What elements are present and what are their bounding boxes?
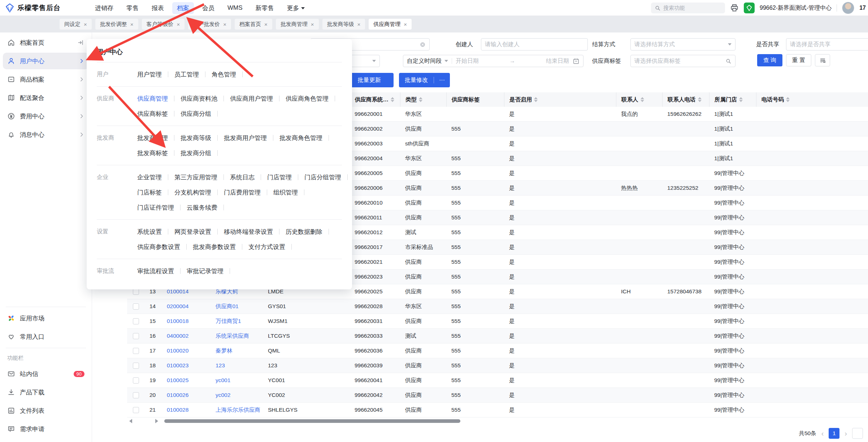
megamenu-link-移动终端登录设置[interactable]: 移动终端登录设置 [224,228,273,236]
topnav-item-进销存[interactable]: 进销存 [90,2,118,14]
scrollbar-thumb[interactable] [164,419,460,423]
row-checkbox[interactable] [133,333,139,339]
prev-page-icon[interactable]: ‹ [821,429,824,438]
sort-icon[interactable] [739,97,743,102]
megamenu-link-批发商管理[interactable]: 批发商管理 [137,134,168,142]
cell-name[interactable]: 供应商01 [211,299,263,314]
sort-icon[interactable] [419,97,422,102]
user-avatar[interactable] [842,2,854,14]
sort-icon[interactable] [641,97,644,102]
megamenu-link-分支机构管理[interactable]: 分支机构管理 [174,188,211,197]
cell-name[interactable]: 秦梦林 [211,343,263,358]
tab-批发价调整[interactable]: 批发价调整× [95,19,138,30]
cell-code[interactable]: 0100023 [162,358,211,373]
cell-name[interactable]: yc001 [211,373,263,388]
row-checkbox[interactable] [133,318,139,324]
tab-客户批发价[interactable]: 客户批发价× [188,19,231,30]
header-cell-联系人[interactable]: 联系人 [616,92,662,107]
advanced-filter-button[interactable] [815,54,830,66]
row-checkbox[interactable] [133,348,139,354]
page-number[interactable]: 1 [829,428,839,439]
tab-档案首页[interactable]: 档案首页× [235,19,272,30]
sidebar-item-档案首页[interactable]: 档案首页 [3,34,89,51]
sidebar-item-应用市场[interactable]: 应用市场 [3,310,89,327]
tab-批发商等级[interactable]: 批发商等级× [322,19,365,30]
megamenu-link-审批流程设置[interactable]: 审批流程设置 [137,267,174,275]
sort-icon[interactable] [698,97,702,102]
tab-close-icon[interactable]: × [130,21,134,27]
cell-code[interactable]: 0100018 [162,314,211,328]
sidebar-item-站内信[interactable]: 站内信90 [3,366,89,382]
megamenu-link-批发商角色管理[interactable]: 批发商角色管理 [279,134,322,142]
cell-code[interactable]: 0200004 [162,299,211,314]
header-cell-所属门店[interactable]: 所属门店 [709,92,756,107]
megamenu-link-用户管理[interactable]: 用户管理 [137,70,162,79]
page-size-select[interactable] [852,428,863,439]
topnav-item-新零售[interactable]: 新零售 [251,2,279,14]
megamenu-link-供应商管理[interactable]: 供应商管理 [137,95,168,103]
creator-input[interactable]: 请输入创建人 [481,38,588,51]
sidebar-item-费用中心[interactable]: 费用中心 [3,108,89,124]
row-checkbox[interactable] [133,289,139,295]
megamenu-link-系统设置[interactable]: 系统设置 [137,228,162,236]
megamenu-link-供应商分组[interactable]: 供应商分组 [181,110,211,118]
tab-供应商管理[interactable]: 供应商管理× [369,19,412,30]
clear-icon[interactable] [420,41,426,48]
sidebar-item-需求申请[interactable]: 需求申请 [3,421,89,437]
tab-close-icon[interactable]: × [357,21,361,27]
tab-批发商管理[interactable]: 批发商管理× [276,19,319,30]
cell-name[interactable]: 123 [211,358,263,373]
megamenu-link-云服务续费[interactable]: 云服务续费 [187,204,217,212]
megamenu-link-系统日志[interactable]: 系统日志 [230,173,255,181]
row-checkbox[interactable] [133,363,139,369]
sort-icon[interactable] [786,97,790,102]
cell-name[interactable]: 万佳商贸1 [211,314,263,328]
sort-icon[interactable] [391,97,394,102]
reset-button[interactable]: 重 置 [786,54,811,66]
tenant-app-icon[interactable] [744,3,755,13]
megamenu-link-门店分组管理[interactable]: 门店分组管理 [304,173,341,181]
sidebar-item-商品档案[interactable]: 商品档案 [3,71,89,88]
header-cell-供应商系统…[interactable]: 供应商系统… [350,92,400,107]
tab-间设定[interactable]: 间设定× [60,19,92,30]
sidebar-item-文件列表[interactable]: 文件列表 [3,402,89,419]
more-actions-button[interactable]: ··· [434,77,450,83]
next-page-icon[interactable]: › [845,429,847,438]
tab-close-icon[interactable]: × [264,21,268,27]
row-checkbox[interactable] [133,377,139,384]
megamenu-link-供应商角色管理[interactable]: 供应商角色管理 [286,95,329,103]
sidebar-item-常用入口[interactable]: 常用入口 [3,328,89,345]
topnav-item-WMS[interactable]: WMS [223,3,247,13]
tab-close-icon[interactable]: × [177,21,180,27]
megamenu-link-供应商资料池[interactable]: 供应商资料池 [181,95,217,103]
cell-code[interactable]: 0100026 [162,388,211,402]
megamenu-link-供应商参数设置[interactable]: 供应商参数设置 [137,243,180,251]
cell-code[interactable]: 0100025 [162,373,211,388]
cell-name[interactable]: 上海乐尔乐供应商 [211,403,263,417]
search-input[interactable]: 搜索功能 [651,3,725,13]
megamenu-link-企业管理[interactable]: 企业管理 [137,173,162,181]
cell-name[interactable]: 乐统采供应商 [211,329,263,343]
megamenu-link-支付方式设置[interactable]: 支付方式设置 [248,243,285,251]
megamenu-link-历史数据删除[interactable]: 历史数据删除 [286,228,322,236]
cell-code[interactable]: 0400002 [162,329,211,343]
topnav-item-报表[interactable]: 报表 [147,2,169,14]
megamenu-link-审批记录管理[interactable]: 审批记录管理 [187,267,223,275]
scroll-right-icon[interactable] [155,419,158,423]
header-cell-类型[interactable]: 类型 [400,92,446,107]
topnav-item-会员[interactable]: 会员 [198,2,219,14]
megamenu-link-供应商用户管理[interactable]: 供应商用户管理 [230,95,273,103]
megamenu-link-批发商分组[interactable]: 批发商分组 [181,149,211,157]
batch-modify-button[interactable]: 批量修改 [399,76,434,84]
header-cell-电话号码[interactable]: 电话号码 [756,92,868,107]
cell-code[interactable]: 0100020 [162,343,211,358]
megamenu-link-门店证件管理[interactable]: 门店证件管理 [137,204,174,212]
app-logo[interactable]: 乐檬零售后台 [5,0,61,16]
cell-code[interactable]: 0100028 [162,403,211,417]
tab-close-icon[interactable]: × [404,21,407,27]
user-label[interactable]: 17 [859,5,866,11]
tab-close-icon[interactable]: × [84,21,87,27]
megamenu-link-门店管理[interactable]: 门店管理 [267,173,292,181]
settle-select[interactable]: 请选择结算方式 [630,38,735,51]
header-cell-是否启用[interactable]: 是否启用 [504,92,616,107]
